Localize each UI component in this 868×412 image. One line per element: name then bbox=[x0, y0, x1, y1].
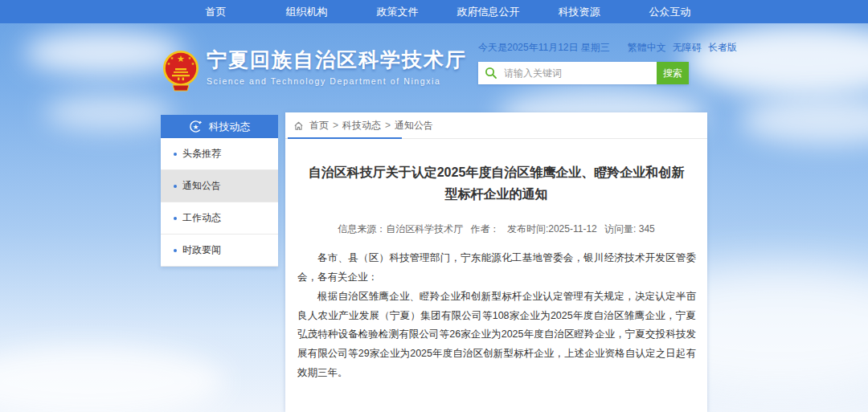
main-content-panel: 首页 > 科技动态 > 通知公告 自治区科技厅关于认定2025年度自治区雏鹰企业… bbox=[285, 112, 707, 412]
article-title: 自治区科技厅关于认定2025年度自治区雏鹰企业、瞪羚企业和创新型标杆企业的通知 bbox=[305, 161, 689, 205]
sidebar-item-current-politics[interactable]: 时政要闻 bbox=[161, 235, 278, 267]
sidebar: ★ 科技动态 头条推荐 通知公告 工作动态 时政要闻 bbox=[161, 115, 278, 267]
site-title: 宁夏回族自治区科学技术厅 bbox=[207, 48, 467, 71]
search-button[interactable]: 搜索 bbox=[657, 62, 689, 84]
meta-source: 信息来源：自治区科学技术厅 bbox=[338, 223, 463, 235]
sidebar-header: ★ 科技动态 bbox=[161, 115, 278, 138]
nav-item-public-interaction[interactable]: 公众互动 bbox=[624, 5, 715, 19]
meta-author: 作者： bbox=[471, 223, 500, 235]
search-input[interactable] bbox=[478, 62, 657, 84]
site-subtitle: Science and Technology Department of Nin… bbox=[207, 76, 467, 86]
svg-text:★: ★ bbox=[167, 61, 171, 66]
cloud-decoration bbox=[683, 24, 868, 96]
svg-text:★: ★ bbox=[170, 55, 174, 60]
breadcrumb-tech-news[interactable]: 科技动态 bbox=[342, 119, 381, 133]
header-utility-area: 今天是2025年11月12日 星期三 繁體中文 无障碍 长者版 搜索 bbox=[478, 41, 703, 84]
home-icon bbox=[293, 120, 304, 131]
article-body: 各市、县（区）科技管理部门，宁东能源化工基地管委会，银川经济技术开发区管委会，各… bbox=[297, 249, 696, 382]
breadcrumb-separator: > bbox=[385, 120, 391, 131]
bullet-dot-icon bbox=[174, 249, 177, 252]
link-accessibility[interactable]: 无障碍 bbox=[673, 41, 702, 55]
sidebar-item-label: 工作动态 bbox=[182, 211, 221, 225]
nav-item-policy-documents[interactable]: 政策文件 bbox=[352, 5, 443, 19]
meta-publish-time: 发布时间:2025-11-12 bbox=[507, 223, 597, 235]
sidebar-item-label: 头条推荐 bbox=[182, 147, 221, 161]
cloud-decoration bbox=[24, 31, 185, 75]
cloud-decoration bbox=[44, 95, 173, 131]
svg-text:★: ★ bbox=[192, 123, 199, 131]
svg-text:★: ★ bbox=[177, 54, 185, 63]
svg-text:★: ★ bbox=[191, 61, 195, 66]
sidebar-item-label: 通知公告 bbox=[182, 179, 221, 193]
cloud-decoration bbox=[0, 345, 225, 412]
nav-item-home[interactable]: 首页 bbox=[170, 5, 261, 19]
bullet-dot-icon bbox=[174, 153, 177, 156]
breadcrumb-row: 首页 > 科技动态 > 通知公告 bbox=[285, 112, 707, 139]
search-bar: 搜索 bbox=[478, 62, 689, 84]
breadcrumb-separator: > bbox=[333, 120, 338, 131]
nav-item-organization[interactable]: 组织机构 bbox=[261, 5, 352, 19]
page: 首页 组织机构 政策文件 政府信息公开 科技资源 公众互动 ★ ★ ★ ★ ★ … bbox=[0, 0, 868, 412]
article-paragraph: 根据自治区雏鹰企业、瞪羚企业和创新型标杆企业认定管理有关规定，决定认定半亩良人农… bbox=[297, 288, 696, 383]
meta-visits: 访问量: 345 bbox=[604, 223, 655, 235]
site-brand: ★ ★ ★ ★ ★ 宁夏回族自治区科学技术厅 Science and Techn… bbox=[162, 48, 467, 92]
top-navigation: 首页 组织机构 政策文件 政府信息公开 科技资源 公众互动 bbox=[0, 0, 868, 23]
breadcrumb-home[interactable]: 首页 bbox=[309, 119, 329, 133]
bullet-dot-icon bbox=[174, 217, 177, 220]
nav-item-tech-resources[interactable]: 科技资源 bbox=[534, 5, 624, 19]
svg-text:★: ★ bbox=[188, 55, 192, 60]
link-traditional-chinese[interactable]: 繁體中文 bbox=[628, 41, 666, 55]
article-paragraph: 各市、县（区）科技管理部门，宁东能源化工基地管委会，银川经济技术开发区管委会，各… bbox=[297, 249, 696, 288]
search-icon bbox=[485, 67, 497, 80]
sidebar-item-headline-recommend[interactable]: 头条推荐 bbox=[161, 138, 278, 170]
breadcrumb-notices[interactable]: 通知公告 bbox=[395, 119, 433, 133]
national-emblem-logo: ★ ★ ★ ★ ★ bbox=[162, 48, 200, 92]
tech-news-icon: ★ bbox=[189, 120, 203, 133]
breadcrumb: 首页 > 科技动态 > 通知公告 bbox=[293, 119, 433, 133]
sidebar-item-label: 时政要闻 bbox=[182, 243, 221, 257]
sidebar-item-work-dynamics[interactable]: 工作动态 bbox=[161, 202, 278, 235]
nav-item-gov-info-disclosure[interactable]: 政府信息公开 bbox=[443, 5, 534, 19]
link-senior-version[interactable]: 长者版 bbox=[708, 41, 737, 55]
sidebar-title: 科技动态 bbox=[209, 120, 251, 134]
sidebar-item-notices[interactable]: 通知公告 bbox=[161, 170, 278, 202]
current-date: 今天是2025年11月12日 星期三 bbox=[478, 41, 610, 55]
article-meta: 信息来源：自治区科学技术厅 作者： 发布时间:2025-11-12 访问量: 3… bbox=[285, 222, 707, 236]
cloud-decoration bbox=[739, 96, 868, 145]
bullet-dot-icon bbox=[174, 185, 177, 188]
breadcrumb-accent-underline bbox=[288, 137, 402, 139]
